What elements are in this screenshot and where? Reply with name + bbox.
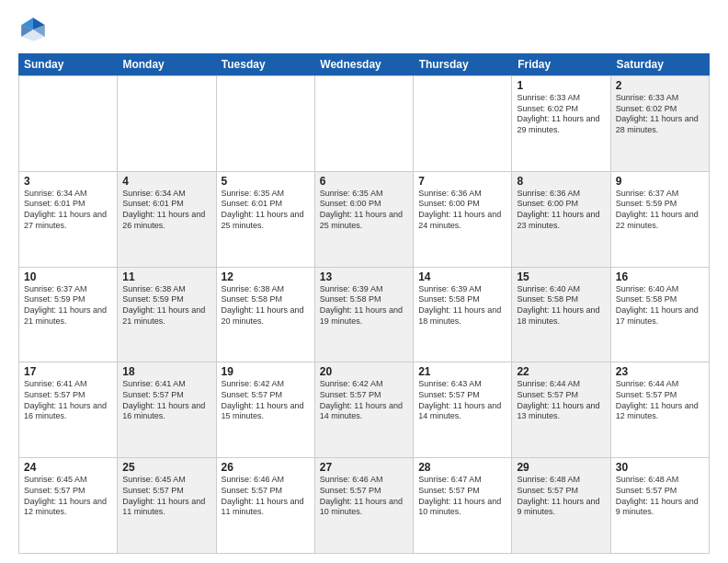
calendar: SundayMondayTuesdayWednesdayThursdayFrid… xyxy=(18,53,710,554)
day-detail: Sunrise: 6:45 AM Sunset: 5:57 PM Dayligh… xyxy=(122,475,210,518)
day-detail: Sunrise: 6:41 AM Sunset: 5:57 PM Dayligh… xyxy=(24,379,112,422)
day-cell: 1Sunrise: 6:33 AM Sunset: 6:02 PM Daylig… xyxy=(512,76,610,172)
empty-cell xyxy=(217,76,315,172)
day-number: 16 xyxy=(616,270,704,283)
empty-cell xyxy=(118,76,216,172)
empty-cell xyxy=(315,76,414,172)
day-detail: Sunrise: 6:48 AM Sunset: 5:57 PM Dayligh… xyxy=(517,475,605,518)
day-cell: 5Sunrise: 6:35 AM Sunset: 6:01 PM Daylig… xyxy=(217,172,315,268)
day-number: 4 xyxy=(122,175,210,188)
day-cell: 16Sunrise: 6:40 AM Sunset: 5:58 PM Dayli… xyxy=(611,268,710,363)
weekday-header: Sunday xyxy=(18,53,117,75)
day-cell: 29Sunrise: 6:48 AM Sunset: 5:57 PM Dayli… xyxy=(512,458,610,554)
day-number: 18 xyxy=(122,365,210,378)
day-detail: Sunrise: 6:40 AM Sunset: 5:58 PM Dayligh… xyxy=(616,284,704,327)
day-number: 29 xyxy=(517,461,605,474)
day-detail: Sunrise: 6:44 AM Sunset: 5:57 PM Dayligh… xyxy=(517,379,605,422)
day-detail: Sunrise: 6:45 AM Sunset: 5:57 PM Dayligh… xyxy=(24,475,112,518)
day-detail: Sunrise: 6:43 AM Sunset: 5:57 PM Dayligh… xyxy=(418,379,506,422)
day-number: 1 xyxy=(517,79,605,92)
day-number: 10 xyxy=(24,270,112,283)
day-number: 19 xyxy=(222,365,310,378)
day-detail: Sunrise: 6:33 AM Sunset: 6:02 PM Dayligh… xyxy=(517,93,605,136)
logo-icon xyxy=(18,15,48,44)
day-number: 25 xyxy=(122,461,210,474)
day-detail: Sunrise: 6:35 AM Sunset: 6:01 PM Dayligh… xyxy=(222,189,310,232)
day-detail: Sunrise: 6:41 AM Sunset: 5:57 PM Dayligh… xyxy=(122,379,210,422)
day-detail: Sunrise: 6:35 AM Sunset: 6:00 PM Dayligh… xyxy=(320,189,408,232)
day-cell: 9Sunrise: 6:37 AM Sunset: 5:59 PM Daylig… xyxy=(611,172,710,268)
day-detail: Sunrise: 6:47 AM Sunset: 5:57 PM Dayligh… xyxy=(418,475,506,518)
day-number: 12 xyxy=(222,270,310,283)
calendar-row: 24Sunrise: 6:45 AM Sunset: 5:57 PM Dayli… xyxy=(18,458,710,554)
day-number: 22 xyxy=(517,365,605,378)
logo xyxy=(18,15,51,44)
calendar-row: 3Sunrise: 6:34 AM Sunset: 6:01 PM Daylig… xyxy=(18,172,710,268)
day-number: 6 xyxy=(320,175,408,188)
header xyxy=(18,15,710,44)
weekday-header: Thursday xyxy=(414,53,512,75)
day-detail: Sunrise: 6:34 AM Sunset: 6:01 PM Dayligh… xyxy=(24,189,112,232)
day-cell: 23Sunrise: 6:44 AM Sunset: 5:57 PM Dayli… xyxy=(611,362,710,458)
day-cell: 20Sunrise: 6:42 AM Sunset: 5:57 PM Dayli… xyxy=(315,362,414,458)
weekday-header: Friday xyxy=(512,53,610,75)
weekday-header: Tuesday xyxy=(216,53,314,75)
day-cell: 14Sunrise: 6:39 AM Sunset: 5:58 PM Dayli… xyxy=(414,268,512,363)
day-number: 13 xyxy=(320,270,408,283)
day-number: 21 xyxy=(418,365,506,378)
calendar-header: SundayMondayTuesdayWednesdayThursdayFrid… xyxy=(18,53,710,75)
calendar-row: 1Sunrise: 6:33 AM Sunset: 6:02 PM Daylig… xyxy=(18,75,710,172)
day-number: 23 xyxy=(616,365,704,378)
day-number: 5 xyxy=(222,175,310,188)
day-cell: 27Sunrise: 6:46 AM Sunset: 5:57 PM Dayli… xyxy=(315,458,414,554)
day-number: 20 xyxy=(320,365,408,378)
day-cell: 21Sunrise: 6:43 AM Sunset: 5:57 PM Dayli… xyxy=(414,362,512,458)
day-cell: 18Sunrise: 6:41 AM Sunset: 5:57 PM Dayli… xyxy=(118,362,216,458)
day-cell: 24Sunrise: 6:45 AM Sunset: 5:57 PM Dayli… xyxy=(19,458,118,554)
day-cell: 3Sunrise: 6:34 AM Sunset: 6:01 PM Daylig… xyxy=(19,172,118,268)
day-cell: 26Sunrise: 6:46 AM Sunset: 5:57 PM Dayli… xyxy=(217,458,315,554)
day-cell: 8Sunrise: 6:36 AM Sunset: 6:00 PM Daylig… xyxy=(512,172,610,268)
weekday-header: Wednesday xyxy=(314,53,413,75)
day-detail: Sunrise: 6:36 AM Sunset: 6:00 PM Dayligh… xyxy=(418,189,506,232)
day-cell: 2Sunrise: 6:33 AM Sunset: 6:02 PM Daylig… xyxy=(611,76,710,172)
empty-cell xyxy=(414,76,512,172)
day-detail: Sunrise: 6:38 AM Sunset: 5:58 PM Dayligh… xyxy=(222,284,310,327)
day-detail: Sunrise: 6:37 AM Sunset: 5:59 PM Dayligh… xyxy=(24,284,112,327)
day-cell: 6Sunrise: 6:35 AM Sunset: 6:00 PM Daylig… xyxy=(315,172,414,268)
day-number: 7 xyxy=(418,175,506,188)
day-number: 2 xyxy=(616,79,704,92)
day-number: 24 xyxy=(24,461,112,474)
day-detail: Sunrise: 6:39 AM Sunset: 5:58 PM Dayligh… xyxy=(320,284,408,327)
day-number: 3 xyxy=(24,175,112,188)
day-detail: Sunrise: 6:33 AM Sunset: 6:02 PM Dayligh… xyxy=(616,93,704,136)
day-cell: 4Sunrise: 6:34 AM Sunset: 6:01 PM Daylig… xyxy=(118,172,216,268)
calendar-row: 17Sunrise: 6:41 AM Sunset: 5:57 PM Dayli… xyxy=(18,362,710,458)
day-cell: 30Sunrise: 6:48 AM Sunset: 5:57 PM Dayli… xyxy=(611,458,710,554)
day-cell: 19Sunrise: 6:42 AM Sunset: 5:57 PM Dayli… xyxy=(217,362,315,458)
day-cell: 15Sunrise: 6:40 AM Sunset: 5:58 PM Dayli… xyxy=(512,268,610,363)
day-cell: 10Sunrise: 6:37 AM Sunset: 5:59 PM Dayli… xyxy=(19,268,118,363)
day-cell: 12Sunrise: 6:38 AM Sunset: 5:58 PM Dayli… xyxy=(217,268,315,363)
day-number: 8 xyxy=(517,175,605,188)
day-number: 30 xyxy=(616,461,704,474)
day-number: 17 xyxy=(24,365,112,378)
day-detail: Sunrise: 6:46 AM Sunset: 5:57 PM Dayligh… xyxy=(222,475,310,518)
day-detail: Sunrise: 6:48 AM Sunset: 5:57 PM Dayligh… xyxy=(616,475,704,518)
day-number: 28 xyxy=(418,461,506,474)
day-detail: Sunrise: 6:44 AM Sunset: 5:57 PM Dayligh… xyxy=(616,379,704,422)
day-cell: 11Sunrise: 6:38 AM Sunset: 5:59 PM Dayli… xyxy=(118,268,216,363)
day-cell: 28Sunrise: 6:47 AM Sunset: 5:57 PM Dayli… xyxy=(414,458,512,554)
day-cell: 25Sunrise: 6:45 AM Sunset: 5:57 PM Dayli… xyxy=(118,458,216,554)
day-number: 26 xyxy=(222,461,310,474)
day-number: 9 xyxy=(616,175,704,188)
weekday-header: Monday xyxy=(117,53,215,75)
day-detail: Sunrise: 6:40 AM Sunset: 5:58 PM Dayligh… xyxy=(517,284,605,327)
day-cell: 22Sunrise: 6:44 AM Sunset: 5:57 PM Dayli… xyxy=(512,362,610,458)
day-detail: Sunrise: 6:37 AM Sunset: 5:59 PM Dayligh… xyxy=(616,189,704,232)
empty-cell xyxy=(19,76,118,172)
day-number: 15 xyxy=(517,270,605,283)
day-cell: 13Sunrise: 6:39 AM Sunset: 5:58 PM Dayli… xyxy=(315,268,414,363)
day-detail: Sunrise: 6:39 AM Sunset: 5:58 PM Dayligh… xyxy=(418,284,506,327)
calendar-body: 1Sunrise: 6:33 AM Sunset: 6:02 PM Daylig… xyxy=(18,75,710,554)
